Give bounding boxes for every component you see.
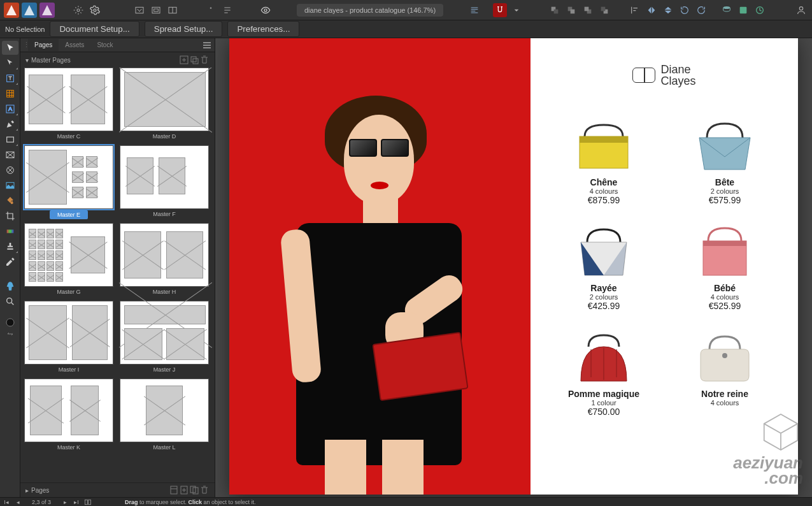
view-mode-clip-icon[interactable] [149,3,163,17]
master-thumbnail[interactable] [120,68,209,131]
master-page-item[interactable]: Master E [24,145,113,219]
pages-section-footer[interactable]: ▸ Pages [20,482,215,497]
master-thumbnail[interactable] [24,301,113,365]
delete-page-icon[interactable] [199,485,210,495]
master-thumbnail[interactable] [120,379,209,442]
sync-icon[interactable] [753,3,767,17]
find-in-preflight-icon[interactable] [169,485,179,495]
flip-horizontal-icon[interactable] [645,3,659,17]
rotate-ccw-icon[interactable] [678,3,692,17]
stamp-tool-icon[interactable] [2,240,18,254]
rotate-cw-icon[interactable] [694,3,708,17]
document-title[interactable]: diane clayes - product catalogue (146.7%… [297,4,443,17]
table-tool-icon[interactable] [2,87,18,101]
master-thumbnail[interactable] [24,223,113,287]
canvas[interactable]: Diane Clayes Chêne 4 colours €875.99 Bêt… [215,38,812,497]
add-master-icon[interactable] [179,55,189,65]
master-page-item[interactable]: Master J [120,301,209,375]
paragraph-panel-icon[interactable] [467,3,481,17]
account-icon[interactable] [794,3,808,17]
page-left[interactable] [229,38,531,495]
move-tool-icon[interactable] [2,41,18,55]
view-mode-split-icon[interactable] [166,3,180,17]
rectangle-tool-icon[interactable] [2,133,18,147]
fill-tool-icon[interactable] [2,194,18,208]
master-page-item[interactable]: Master G [24,223,113,297]
delete-master-icon[interactable] [199,55,210,65]
document-setup-button[interactable]: Document Setup... [50,21,139,37]
affinity-photo-icon[interactable] [39,3,55,18]
baseline-grid-icon[interactable] [204,3,218,17]
duplicate-master-icon[interactable] [189,55,199,65]
master-page-item[interactable]: Master H [120,223,209,297]
product-item: Bébé 4 colours €525.99 [671,212,779,311]
master-page-item[interactable]: Master D [120,68,209,141]
product-price: €875.99 [550,195,658,205]
preferences-icon[interactable] [71,3,85,17]
master-page-item[interactable]: Master K [24,379,113,452]
color-picker-tool-icon[interactable] [2,255,18,269]
spread-setup-button[interactable]: Spread Setup... [145,21,223,37]
affinity-designer-icon[interactable] [22,3,37,18]
picture-frame-rect-tool-icon[interactable] [2,148,18,162]
picture-frame-ellipse-tool-icon[interactable] [2,163,18,177]
resource-manager-icon[interactable] [720,3,734,17]
master-thumbnail[interactable] [120,145,209,209]
master-thumbnail[interactable] [120,223,209,287]
master-page-item[interactable]: Master L [120,379,209,452]
master-page-item[interactable]: Master F [120,145,209,219]
tab-stock[interactable]: Stock [90,39,119,51]
snapping-options-icon[interactable] [509,3,524,17]
pen-tool-icon[interactable] [2,117,18,131]
affinity-publisher-icon[interactable] [4,3,19,18]
next-page-icon[interactable]: ▸ [61,498,69,506]
arrange-forward-icon[interactable] [581,3,595,17]
master-thumbnail[interactable] [24,68,113,131]
master-page-item[interactable]: Master C [24,68,113,141]
text-frame-tool-icon[interactable] [2,71,18,85]
text-flow-icon[interactable] [220,3,234,17]
bag-icon [566,317,642,387]
page-right[interactable]: Diane Clayes Chêne 4 colours €875.99 Bêt… [531,38,798,495]
master-page-item[interactable]: Master I [24,301,113,375]
arrange-backward-icon[interactable] [564,3,578,17]
first-page-icon[interactable]: I◂ [3,498,10,506]
product-name: Chêne [550,177,658,187]
master-thumbnail[interactable] [24,379,113,442]
tab-pages[interactable]: Pages [28,39,59,51]
vector-crop-tool-icon[interactable] [2,209,18,223]
svg-rect-24 [6,137,13,142]
add-page-icon[interactable] [179,485,189,495]
prev-page-icon[interactable]: ◂ [14,498,22,506]
svg-point-30 [6,319,14,326]
snapping-toggle-icon[interactable] [493,3,507,17]
preflight-icon[interactable] [736,3,750,17]
preferences-button[interactable]: Preferences... [227,21,299,37]
master-pages-header[interactable]: ▾ Master Pages [20,52,215,68]
view-mode-normal-icon[interactable] [132,3,146,17]
master-thumbnail[interactable] [120,301,209,365]
zoom-tool-icon[interactable] [2,294,18,308]
duplicate-page-icon[interactable] [189,485,199,495]
brand-line-1: Diane [660,64,695,75]
preview-mode-icon[interactable] [259,3,273,17]
flip-vertical-icon[interactable] [661,3,675,17]
last-page-icon[interactable]: ▸I [73,498,80,506]
artistic-text-tool-icon[interactable]: A [2,102,18,116]
node-tool-icon[interactable] [2,56,18,70]
transparency-tool-icon[interactable] [2,224,18,238]
master-thumbnail[interactable] [24,145,113,209]
arrange-back-icon[interactable] [548,3,562,17]
swatch-fill-icon[interactable] [2,316,18,329]
arrange-front-icon[interactable] [597,3,611,17]
document-spread[interactable]: Diane Clayes Chêne 4 colours €875.99 Bêt… [229,38,798,495]
settings-icon[interactable] [88,3,102,17]
context-toolbar: No Selection Document Setup... Spread Se… [0,20,812,38]
spread-view-icon[interactable] [84,498,92,506]
tab-assets[interactable]: Assets [59,39,90,51]
view-tool-icon[interactable] [2,279,18,293]
swatch-swap-icon[interactable] [2,330,18,338]
place-image-tool-icon[interactable] [2,178,18,192]
align-left-icon[interactable] [628,3,642,17]
panel-menu-icon[interactable] [202,40,212,50]
